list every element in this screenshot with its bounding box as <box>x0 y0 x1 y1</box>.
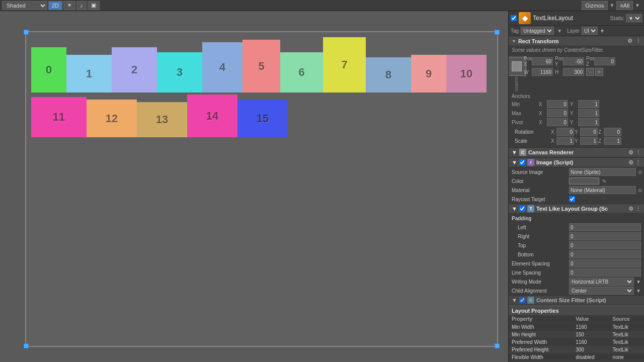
canvas-renderer-header[interactable]: ▼ C Canvas Renderer ⚙ ⋮ <box>509 147 644 157</box>
anchor-r-button[interactable]: R <box>595 68 603 76</box>
handle-bl[interactable] <box>24 343 29 348</box>
gizmos-button[interactable]: Gizmos <box>582 1 607 10</box>
writing-mode-row: Writing Mode Horizontal LRTB ▼ <box>509 277 644 286</box>
anchor-reset-button[interactable]: ↔ <box>586 68 594 76</box>
layers-button[interactable]: ≡All <box>616 1 633 10</box>
rot-y-input[interactable] <box>580 128 598 136</box>
tll-menu-icon[interactable]: ⋮ <box>635 206 641 212</box>
raycast-checkbox[interactable] <box>569 196 575 202</box>
csf-enable-checkbox[interactable] <box>519 297 525 303</box>
left-input[interactable] <box>569 223 641 231</box>
color-picker-icon[interactable]: ✎ <box>602 178 606 184</box>
source-image-select-icon[interactable]: ⊙ <box>638 169 642 175</box>
2d-mode-button[interactable]: 2D <box>48 1 62 10</box>
image-gear-icon[interactable]: ⚙ <box>628 159 633 166</box>
text-like-layout-header[interactable]: ▼ T Text Like Layout Group (Sc ⚙ ⋮ <box>509 204 644 214</box>
lp-value: 1160 <box>573 338 609 346</box>
material-input[interactable] <box>569 186 636 194</box>
height-input[interactable] <box>563 68 584 76</box>
min-x-input[interactable] <box>547 100 568 108</box>
material-select-icon[interactable]: ⊙ <box>638 188 642 193</box>
max-x-input[interactable] <box>547 109 568 117</box>
handle-tl[interactable] <box>24 30 29 35</box>
line-spacing-row: Line Spacing <box>509 268 644 277</box>
content-size-fitter-header[interactable]: ▼ C Content Size Fitter (Script) <box>509 295 644 305</box>
max-label: Max <box>512 111 537 116</box>
source-image-input[interactable] <box>569 168 636 176</box>
right-input[interactable] <box>569 232 641 240</box>
rot-z-input[interactable] <box>604 128 621 136</box>
pos-x-input[interactable] <box>532 57 553 65</box>
max-y-input[interactable] <box>578 109 599 117</box>
layout-properties: Layout Properties Property Value Source … <box>509 305 644 362</box>
shading-dropdown[interactable]: Shaded <box>2 1 47 10</box>
max-y-label: Y <box>570 111 577 116</box>
sun-button[interactable]: ☀ <box>63 1 75 10</box>
pos-y-input[interactable] <box>563 57 584 65</box>
tile-row-1: 0 1 2 3 4 5 6 7 8 9 10 <box>31 37 492 93</box>
rect-title: Rect Transform <box>518 38 559 44</box>
screen-button[interactable]: ▣ <box>88 1 100 10</box>
tll-gear-icon[interactable]: ⚙ <box>628 206 633 212</box>
csf-arrow-icon: ▼ <box>512 297 517 303</box>
width-label: W <box>524 69 531 75</box>
csf-comp-icon: C <box>527 297 534 304</box>
image-menu-icon[interactable]: ⋮ <box>635 159 641 166</box>
pivot-x-input[interactable] <box>547 118 568 126</box>
elem-spacing-input[interactable] <box>569 259 641 267</box>
tile-3: 3 <box>157 52 202 93</box>
rot-z-label: Z <box>598 129 603 135</box>
lp-col-property: Property <box>509 315 573 323</box>
static-dropdown[interactable]: ▼ <box>626 14 642 22</box>
rect-arrow-icon: ▼ <box>512 39 516 44</box>
line-spacing-input[interactable] <box>569 268 641 277</box>
rect-gear-icon[interactable]: ⚙ <box>627 38 632 44</box>
width-input[interactable] <box>532 68 553 76</box>
bottom-input[interactable] <box>569 250 641 258</box>
tile-11: 11 <box>31 97 87 137</box>
rect-transform-header[interactable]: ▼ Rect Transform ⚙ ⋮ <box>509 36 644 46</box>
source-image-row: Source Image ⊙ <box>509 167 644 176</box>
canvas-gear-icon[interactable]: ⚙ <box>628 149 633 156</box>
lp-property: Preferred Width <box>509 338 573 346</box>
audio-button[interactable]: ♪ <box>76 1 87 10</box>
pivot-x-label: X <box>539 120 546 125</box>
lp-property: Min Width <box>509 323 573 331</box>
rot-x-input[interactable] <box>556 128 574 136</box>
writing-mode-arrow: ▼ <box>636 279 641 285</box>
min-y-input[interactable] <box>578 100 599 108</box>
tile-12: 12 <box>87 100 137 137</box>
tll-enable-checkbox[interactable] <box>519 206 525 212</box>
rect-fields: custom Pos X Pos Y Pos Z <box>509 54 644 147</box>
scene-view[interactable]: ✛ 0 1 2 3 4 5 6 7 <box>0 11 508 362</box>
scale-y-input[interactable] <box>580 137 598 145</box>
tag-select[interactable]: Untagged <box>521 27 554 35</box>
writing-mode-select[interactable]: Horizontal LRTB <box>569 278 634 286</box>
handle-br[interactable] <box>495 343 500 348</box>
static-text: Static <box>610 15 624 21</box>
image-script-header[interactable]: ▼ I Image (Script) ⚙ ⋮ <box>509 157 644 167</box>
pos-z-input[interactable] <box>594 57 615 65</box>
elem-spacing-row: Element Spacing <box>509 259 644 268</box>
handle-tr[interactable] <box>495 30 500 35</box>
image-comp-icon: I <box>527 159 534 166</box>
lp-source: none <box>610 353 644 361</box>
top-input[interactable] <box>569 241 641 249</box>
image-enable-checkbox[interactable] <box>519 159 525 165</box>
tile-0: 0 <box>31 47 66 93</box>
rect-menu-icon[interactable]: ⋮ <box>635 38 641 44</box>
rotation-row: Rotation X Y Z <box>512 127 641 136</box>
component-enable-checkbox[interactable] <box>511 15 517 21</box>
pos-y-label: Pos Y <box>555 56 562 67</box>
color-swatch[interactable] <box>569 177 599 185</box>
tile-container: 0 1 2 3 4 5 6 7 8 9 10 11 12 13 1 <box>31 37 492 341</box>
lp-value: 1160 <box>573 323 609 331</box>
tile-2: 2 <box>112 47 157 93</box>
scale-x-input[interactable] <box>556 137 574 145</box>
scale-z-input[interactable] <box>604 137 621 145</box>
tile-4: 4 <box>202 42 243 93</box>
canvas-menu-icon[interactable]: ⋮ <box>635 149 641 156</box>
pivot-y-input[interactable] <box>578 118 599 126</box>
child-alignment-select[interactable]: Center <box>569 287 634 295</box>
layer-select[interactable]: UI <box>582 27 598 35</box>
